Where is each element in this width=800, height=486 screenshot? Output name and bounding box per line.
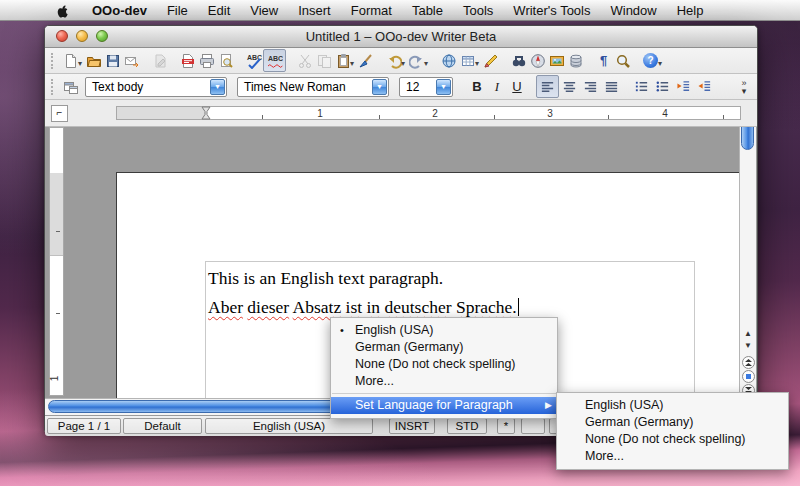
table-dropdown-icon[interactable]: ▾ <box>475 59 479 68</box>
submenu-item-english-usa[interactable]: English (USA) <box>557 397 788 414</box>
formatting-toolbar-overflow-icon[interactable]: ▾ <box>742 87 747 95</box>
scroll-up-icon[interactable]: ▲ <box>740 329 756 338</box>
increase-indent-button[interactable] <box>694 76 715 97</box>
previous-page-button[interactable] <box>742 356 755 369</box>
auto-spellcheck-icon[interactable]: ABC <box>263 49 286 72</box>
selected-radio-icon: • <box>340 322 344 339</box>
menu-format[interactable]: Format <box>341 0 402 21</box>
align-left-button[interactable] <box>536 75 559 98</box>
italic-button[interactable]: I <box>487 77 507 97</box>
menu-ooo-dev[interactable]: OOo-dev <box>82 0 157 21</box>
undo-dropdown-icon[interactable]: ▾ <box>401 59 405 68</box>
status-page-number[interactable]: Page 1 / 1 <box>47 418 121 434</box>
new-dropdown-icon[interactable]: ▾ <box>78 59 82 68</box>
print-icon[interactable] <box>197 51 216 71</box>
navigator-icon[interactable] <box>528 51 547 71</box>
menu-writers-tools[interactable]: Writer's Tools <box>503 0 600 21</box>
font-size-value: 12 <box>400 80 436 94</box>
title-bar[interactable]: Untitled 1 – OOo-dev Writer Beta <box>45 26 757 48</box>
save-icon[interactable] <box>103 51 122 71</box>
menu-table[interactable]: Table <box>402 0 453 21</box>
apple-menu-icon[interactable] <box>52 3 74 18</box>
find-replace-icon[interactable] <box>509 51 528 71</box>
menu-window[interactable]: Window <box>600 0 666 21</box>
menu-item-none-spelling[interactable]: None (Do not check spelling) <box>331 356 557 373</box>
export-pdf-icon[interactable] <box>178 51 197 71</box>
vertical-scrollbar-thumb[interactable] <box>741 127 754 150</box>
window-title: Untitled 1 – OOo-dev Writer Beta <box>45 26 757 47</box>
formatting-marks-icon[interactable]: ¶ <box>594 51 613 71</box>
open-icon[interactable] <box>84 51 103 71</box>
submenu-item-none-spelling[interactable]: None (Do not check spelling) <box>557 431 788 448</box>
menu-file[interactable]: File <box>157 0 198 21</box>
hyperlink-icon[interactable] <box>439 51 458 71</box>
menu-item-english-usa[interactable]: •English (USA) <box>331 322 557 339</box>
navigation-button[interactable] <box>742 370 755 383</box>
minimize-button[interactable] <box>76 30 88 42</box>
decrease-indent-button[interactable] <box>673 76 694 97</box>
menu-tools[interactable]: Tools <box>453 0 503 21</box>
ruler-number: 2 <box>432 107 438 120</box>
menu-edit[interactable]: Edit <box>198 0 240 21</box>
ruler-number: 1 <box>49 376 60 382</box>
gallery-icon[interactable] <box>547 51 566 71</box>
bullet-list-button[interactable] <box>652 76 673 97</box>
edit-file-icon[interactable] <box>150 51 169 71</box>
align-right-button[interactable] <box>580 76 601 97</box>
ruler-tick <box>56 231 60 232</box>
status-language[interactable]: English (USA) <box>205 418 373 434</box>
paragraph-style-select[interactable]: Text body ▼ <box>85 77 227 97</box>
bold-button[interactable]: B <box>467 77 487 97</box>
justify-button[interactable] <box>601 76 622 97</box>
menu-insert[interactable]: Insert <box>288 0 341 21</box>
ruler-margin-area <box>50 173 63 256</box>
menu-item-set-language-paragraph[interactable]: Set Language for Paragraph▶ <box>331 397 557 414</box>
status-selection-mode[interactable]: STD <box>447 418 487 434</box>
align-center-button[interactable] <box>559 76 580 97</box>
zoom-icon[interactable] <box>613 51 632 71</box>
close-button[interactable] <box>56 30 68 42</box>
dropdown-arrow-icon[interactable]: ▼ <box>210 79 225 95</box>
draw-functions-icon[interactable] <box>481 51 500 71</box>
underline-button[interactable]: U <box>507 77 527 97</box>
zoom-window-button[interactable] <box>96 30 108 42</box>
styles-icon[interactable] <box>61 77 80 97</box>
toolbar-handle[interactable] <box>51 53 56 69</box>
data-sources-icon[interactable] <box>566 51 585 71</box>
scroll-down-icon[interactable]: ▼ <box>740 341 756 350</box>
paragraph-english: This is an English text paragraph. <box>208 264 694 293</box>
menu-item-more[interactable]: More... <box>331 373 557 390</box>
paste-dropdown-icon[interactable]: ▾ <box>350 59 354 68</box>
submenu-item-more[interactable]: More... <box>557 448 788 465</box>
menu-help[interactable]: Help <box>667 0 714 21</box>
spellcheck-icon[interactable]: ABC <box>244 51 263 71</box>
indent-marker[interactable] <box>201 106 211 121</box>
cut-icon[interactable] <box>295 51 314 71</box>
page-preview-icon[interactable] <box>216 51 235 71</box>
font-size-select[interactable]: 12 ▼ <box>399 77 453 97</box>
numbered-list-button[interactable] <box>631 76 652 97</box>
clone-formatting-icon[interactable] <box>356 51 375 71</box>
submenu-item-german-germany[interactable]: German (Germany) <box>557 414 788 431</box>
status-page-style[interactable]: Default <box>123 418 202 434</box>
dropdown-arrow-icon[interactable]: ▼ <box>372 79 387 95</box>
status-modified-flag: * <box>497 418 515 434</box>
ruler-tick <box>494 115 495 119</box>
redo-dropdown-icon[interactable]: ▾ <box>424 59 428 68</box>
tab-stop-selector[interactable]: ⌐ <box>51 105 68 122</box>
menu-bar: OOo-dev File Edit View Insert Format Tab… <box>0 0 800 21</box>
status-insert-mode[interactable]: INSRT <box>389 418 435 434</box>
copy-icon[interactable] <box>314 51 333 71</box>
standard-toolbar: ▾ ABC ABC ▾ ▾ ▾ ▾ <box>45 48 757 74</box>
toolbar-handle[interactable] <box>51 79 56 95</box>
horizontal-ruler[interactable]: 1 2 3 4 <box>116 106 741 120</box>
menu-item-german-germany[interactable]: German (Germany) <box>331 339 557 356</box>
vertical-ruler[interactable]: 1 <box>49 127 64 396</box>
email-icon[interactable] <box>122 51 141 71</box>
standard-toolbar-overflow-icon[interactable]: ▾ <box>658 59 662 68</box>
dropdown-arrow-icon[interactable]: ▼ <box>436 79 451 95</box>
font-name-select[interactable]: Times New Roman ▼ <box>237 77 389 97</box>
svg-text:ABC: ABC <box>268 55 283 62</box>
menu-view[interactable]: View <box>240 0 288 21</box>
vertical-scrollbar[interactable]: ▲ ▼ <box>739 127 756 398</box>
